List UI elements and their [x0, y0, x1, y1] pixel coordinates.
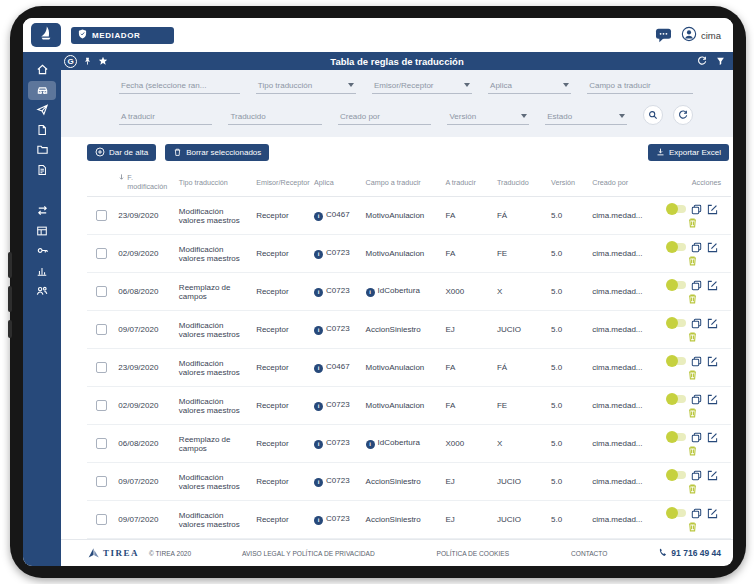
reset-filters-button[interactable] [673, 105, 693, 125]
cookies-link[interactable]: POLÍTICA DE COOKIES [437, 550, 510, 557]
active-toggle[interactable] [667, 433, 686, 441]
edit-button[interactable] [707, 280, 718, 291]
refresh-icon[interactable] [697, 56, 707, 66]
row-checkbox[interactable] [96, 286, 107, 297]
contact-link[interactable]: CONTACTO [571, 550, 607, 557]
search-button[interactable] [643, 105, 663, 125]
delete-row-button[interactable] [687, 407, 698, 418]
copy-button[interactable] [691, 432, 702, 443]
edit-button[interactable] [707, 242, 718, 253]
copy-button[interactable] [691, 470, 702, 481]
active-toggle[interactable] [667, 471, 686, 479]
delete-row-button[interactable] [687, 445, 698, 456]
tirea-mark-icon [87, 547, 100, 560]
delete-row-button[interactable] [687, 217, 698, 228]
sidebar-item-users[interactable] [28, 282, 56, 301]
copy-button[interactable] [691, 318, 702, 329]
filter-fecha[interactable]: Fecha (seleccione ran... [119, 79, 240, 94]
sidebar-item-home[interactable] [28, 61, 56, 80]
cell-traducido: FÁ [494, 349, 548, 387]
g-badge[interactable]: G [64, 55, 77, 68]
add-rule-button[interactable]: Dar de alta [87, 144, 156, 161]
sidebar-item-invoices[interactable] [28, 161, 56, 180]
table-row: 06/08/2020 Reemplazo de campos Receptor … [87, 273, 731, 311]
copy-button[interactable] [691, 242, 702, 253]
active-toggle[interactable] [667, 395, 686, 403]
row-checkbox[interactable] [96, 362, 107, 373]
delete-row-button[interactable] [687, 255, 698, 266]
row-checkbox[interactable] [96, 514, 107, 525]
sidebar-item-documents[interactable] [28, 121, 56, 140]
copy-button[interactable] [691, 280, 702, 291]
row-checkbox[interactable] [96, 210, 107, 221]
row-checkbox[interactable] [96, 248, 107, 259]
tirea-logo: TIREA [87, 547, 139, 560]
filter-emisor-receptor[interactable]: Emisor/Receptor [372, 79, 472, 94]
delete-row-button[interactable] [687, 483, 698, 494]
copy-button[interactable] [691, 356, 702, 367]
sidebar-item-tables[interactable] [28, 222, 56, 241]
edit-button[interactable] [707, 204, 718, 215]
delete-row-button[interactable] [687, 293, 698, 304]
header-f-modificacion[interactable]: F. modificación [115, 168, 176, 197]
legal-link[interactable]: AVISO LEGAL Y POLÍTICA DE PRIVACIDAD [242, 550, 375, 557]
active-toggle[interactable] [667, 509, 686, 517]
filter-tipo-traduccion[interactable]: Tipo traducción [256, 79, 356, 94]
active-toggle[interactable] [667, 357, 686, 365]
folder-icon [36, 142, 49, 160]
filter-traducido[interactable]: Traducido [228, 110, 321, 125]
delete-row-button[interactable] [687, 521, 698, 532]
sidebar-item-stats[interactable] [28, 262, 56, 281]
filter-creado-por[interactable]: Creado por [338, 110, 431, 125]
export-excel-button[interactable]: Exportar Excel [648, 144, 729, 161]
row-checkbox[interactable] [96, 476, 107, 487]
cell-traducido: FE [494, 235, 548, 273]
delete-row-button[interactable] [687, 331, 698, 342]
cell-emisor: Receptor [253, 349, 311, 387]
delete-row-button[interactable] [687, 369, 698, 380]
info-icon: i [314, 212, 323, 221]
cell-aplica: iC0723 [311, 425, 363, 463]
copy-button[interactable] [691, 508, 702, 519]
edit-button[interactable] [707, 508, 718, 519]
pin-icon[interactable] [83, 56, 92, 66]
delete-selected-button[interactable]: Borrar seleccionados [165, 144, 269, 161]
file-invoice-icon [36, 162, 48, 180]
sidebar-item-send[interactable] [28, 101, 56, 120]
edit-button[interactable] [707, 470, 718, 481]
filter-estado[interactable]: Estado [545, 110, 627, 125]
active-toggle[interactable] [667, 243, 686, 251]
filter-icon[interactable] [716, 56, 725, 66]
user-menu[interactable]: cima [681, 26, 721, 44]
cell-tipo: Reemplazo de campos [176, 425, 253, 463]
row-checkbox[interactable] [96, 400, 107, 411]
cell-traducido: JUCIO [494, 311, 548, 349]
phone-number[interactable]: 91 716 49 44 [658, 548, 721, 559]
edit-button[interactable] [707, 394, 718, 405]
sidebar-item-folder[interactable] [28, 141, 56, 160]
row-checkbox[interactable] [96, 324, 107, 335]
sidebar-item-vehicles[interactable] [28, 81, 56, 100]
mediador-button[interactable]: MEDIADOR [71, 27, 174, 44]
sidebar-item-keys[interactable] [28, 242, 56, 261]
edit-button[interactable] [707, 356, 718, 367]
star-icon[interactable] [98, 56, 108, 66]
sidebar-item-translation-rules[interactable] [28, 202, 56, 221]
filter-version[interactable]: Versión [447, 110, 529, 125]
chat-icon[interactable] [655, 28, 672, 43]
edit-button[interactable] [707, 432, 718, 443]
filter-campo-a-traducir[interactable]: Campo a traducir [587, 79, 693, 94]
bar-chart-icon [36, 263, 48, 281]
table-grid-icon [36, 223, 48, 241]
row-checkbox[interactable] [96, 438, 107, 449]
active-toggle[interactable] [667, 319, 686, 327]
cell-acciones [655, 197, 731, 235]
edit-button[interactable] [707, 318, 718, 329]
copy-button[interactable] [691, 204, 702, 215]
table-body: 23/09/2020 Modificación valores maestros… [87, 197, 731, 539]
active-toggle[interactable] [667, 205, 686, 213]
copy-button[interactable] [691, 394, 702, 405]
filter-a-traducir[interactable]: A traducir [119, 110, 212, 125]
active-toggle[interactable] [667, 281, 686, 289]
filter-aplica[interactable]: Aplica [488, 79, 571, 94]
